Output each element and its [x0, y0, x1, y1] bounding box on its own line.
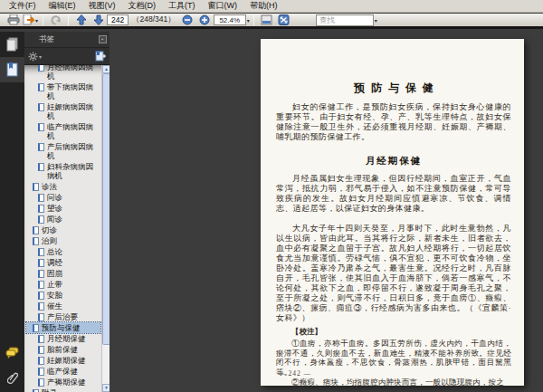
bookmark-item[interactable]: 催生	[26, 301, 100, 311]
scrollbar-thumb[interactable]	[102, 73, 110, 345]
bookmark-item[interactable]: 治则	[26, 235, 100, 246]
scroll-down-arrow[interactable]: ▼	[102, 384, 110, 392]
previous-page-button[interactable]	[73, 14, 89, 27]
bookmark-label: 附录	[42, 388, 100, 392]
menu-item[interactable]: 视图(V)	[82, 0, 122, 12]
menu-item[interactable]: 编辑(E)	[43, 0, 82, 12]
chevron-down-icon[interactable]: ▾	[39, 53, 42, 60]
page-thumbnails-icon	[6, 37, 19, 52]
menu-item[interactable]: 文件(F)	[3, 0, 43, 12]
bookmark-item[interactable]: 临产保健	[26, 366, 100, 377]
bookmark-page-icon	[33, 183, 39, 191]
quote-paragraph: 大凡女子年十四则天癸至，月事时下，此时生意勃然，凡以生以病，皆由此耳。当其将行之…	[276, 224, 511, 323]
bookmark-item[interactable]: 妊娠期保健	[26, 355, 100, 366]
zoom-in-button[interactable]	[197, 14, 213, 27]
bookmark-item[interactable]: 问诊	[26, 192, 100, 203]
previous-view-button[interactable]	[48, 14, 63, 27]
bookmark-item[interactable]: 预防与保健	[26, 322, 100, 333]
bookmark-label: 预防与保健	[42, 323, 100, 332]
bookmark-item[interactable]: 止带	[26, 279, 100, 290]
up-arrow-icon	[76, 14, 87, 25]
pdf-reader-window: 文件(F)编辑(E)视图(V)文档(D)工具(T)窗口(W)帮助(H) ▾	[0, 0, 543, 392]
page-display-button[interactable]	[259, 14, 274, 27]
fullscreen-icon	[278, 14, 290, 25]
bookmark-item[interactable]: 固崩	[26, 268, 100, 279]
bookmark-page-icon	[38, 270, 44, 278]
bookmark-page-icon	[38, 302, 44, 311]
chevron-down-icon[interactable]: ▾	[375, 17, 377, 24]
bookmark-label: 月经病病因病机	[47, 65, 100, 81]
menu-item[interactable]: 帮助(H)	[243, 0, 284, 12]
scroll-up-arrow[interactable]: ▲	[102, 65, 110, 73]
fullscreen-button[interactable]	[276, 14, 291, 27]
bookmark-page-icon	[38, 65, 44, 72]
toolbar-separator	[253, 14, 254, 25]
bookmarks-toolbar: ▾	[24, 48, 110, 65]
bookmark-item[interactable]: 产褥期保健	[26, 377, 100, 387]
bookmark-item[interactable]: 带下病病因病机	[26, 81, 100, 101]
down-arrow-icon	[93, 14, 104, 25]
zoom-level-box[interactable]: 52.4%	[214, 14, 246, 25]
bookmark-page-icon	[38, 357, 44, 365]
menu-item[interactable]: 窗口(W)	[202, 0, 244, 12]
bookmark-item[interactable]: 望诊	[26, 203, 100, 214]
bookmark-label: 妊娠期保健	[47, 356, 100, 365]
bookmark-page-icon	[38, 368, 44, 376]
page-number-input[interactable]	[107, 14, 129, 25]
bookmark-label: 月经期保健	[47, 334, 100, 343]
bookmark-label: 临产病病因病机	[47, 122, 100, 140]
bookmark-item[interactable]: 月经期保健	[26, 333, 100, 344]
section-paragraph: 月经虽属妇女生理现象，但因行经期间，血室正开，气血常泻，抵抗力弱，邪气易于侵入，…	[276, 174, 511, 214]
bookmark-page-icon	[38, 143, 44, 151]
document-canvas[interactable]: 预防与保健 妇女的保健工作，是预防妇女疾病，保持妇女身心健康的重要环节。由于妇女…	[110, 32, 543, 392]
panel-options-button[interactable]: ▪	[99, 35, 107, 43]
bookmark-item[interactable]: 胎前保健	[26, 344, 100, 355]
content-area: 书签 ▪ ▾ 月经病病因病机	[0, 32, 543, 392]
bookmark-item[interactable]: 产后病病因病机	[26, 141, 100, 161]
bookmarks-scrollbar[interactable]: ▲ ▼	[101, 65, 110, 392]
bookmark-item[interactable]: 妊娠病病因病机	[26, 101, 100, 121]
bookmark-item[interactable]: 月经病病因病机	[26, 65, 100, 81]
bookmarks-panel-button[interactable]	[0, 57, 24, 82]
previous-view-icon	[50, 14, 62, 25]
bookmark-item[interactable]: 附录	[26, 387, 100, 392]
bookmark-item[interactable]: 产后治要	[26, 311, 100, 322]
page-thumbnails-button[interactable]	[0, 32, 24, 57]
bookmark-page-icon	[38, 346, 44, 354]
bookmark-page-icon	[38, 281, 44, 289]
bookmark-page-icon	[33, 226, 39, 234]
new-bookmark-icon[interactable]	[95, 51, 106, 62]
print-button[interactable]	[5, 14, 21, 27]
bookmark-label: 总论	[47, 247, 100, 256]
page-count-label: （248/341）	[132, 14, 176, 25]
gear-icon[interactable]	[28, 52, 38, 62]
bookmark-page-icon	[38, 248, 44, 256]
bookmark-item[interactable]: 安胎	[26, 290, 100, 301]
bookmarks-panel: 书签 ▪ ▾ 月经病病因病机	[24, 32, 110, 392]
bookmark-item[interactable]: 临产病病因病机	[26, 121, 100, 141]
bookmark-item[interactable]: 闻诊	[26, 214, 100, 225]
bookmark-page-icon	[33, 237, 39, 245]
comments-panel-button[interactable]	[0, 339, 24, 365]
bookmark-page-icon	[38, 103, 44, 111]
bookmark-page-icon	[38, 378, 44, 387]
attachments-panel-button[interactable]	[0, 365, 24, 390]
bookmark-item[interactable]: 妇科杂病病因病机	[26, 161, 100, 181]
find-input[interactable]	[316, 14, 374, 26]
zoom-out-button[interactable]	[180, 14, 195, 27]
toolbar: ▾ （248/341）	[0, 14, 543, 29]
menu-item[interactable]: 文档(D)	[122, 0, 163, 12]
bookmarks-tree-wrap: 月经病病因病机 带下病病因病机 妊娠病病因病机	[24, 65, 110, 392]
bookmark-item[interactable]: 调经	[26, 257, 100, 268]
bookmark-item[interactable]: 诊法	[26, 181, 100, 192]
bookmark-item[interactable]: 切诊	[26, 225, 100, 235]
bookmark-label: 产褥期保健	[47, 378, 100, 387]
bookmark-label: 催生	[47, 301, 100, 311]
bookmark-label: 诊法	[42, 182, 100, 191]
menu-item[interactable]: 工具(T)	[162, 0, 202, 12]
next-page-button[interactable]	[90, 14, 106, 27]
bookmark-label: 问诊	[47, 193, 100, 202]
share-document-button[interactable]: ▾	[23, 14, 38, 27]
bookmark-item[interactable]: 总论	[26, 246, 100, 257]
chevron-down-icon[interactable]: ▾	[247, 17, 250, 24]
